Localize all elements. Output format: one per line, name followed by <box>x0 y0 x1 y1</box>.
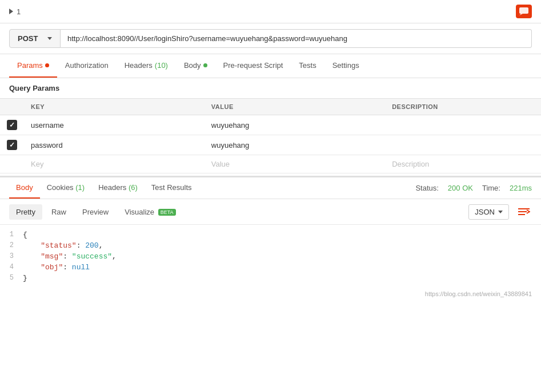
top-bar: 1 <box>0 0 541 23</box>
tab-authorization[interactable]: Authorization <box>57 54 117 78</box>
tab-prerequest[interactable]: Pre-request Script <box>215 54 291 78</box>
placeholder-value[interactable]: Value <box>205 155 385 173</box>
table-row-placeholder: Key Value Description <box>0 155 541 173</box>
status-value: 200 OK <box>448 184 473 192</box>
row2-description[interactable] <box>385 135 541 155</box>
method-chevron-icon <box>47 37 52 40</box>
table-row: ✓ username wuyuehang <box>0 115 541 135</box>
json-viewer: 1 { 2 "status": 200, 3 "msg": "success",… <box>0 225 541 288</box>
response-tab-test-results[interactable]: Test Results <box>145 177 199 199</box>
row2-key[interactable]: password <box>24 135 205 155</box>
format-chevron-icon <box>498 211 503 213</box>
json-line-1: 1 { <box>0 229 541 240</box>
tab-headers[interactable]: Headers (10) <box>117 54 176 78</box>
col-header-description: DESCRIPTION <box>385 99 541 115</box>
tab-settings[interactable]: Settings <box>324 54 367 78</box>
tab-params[interactable]: Params <box>9 54 57 78</box>
wrap-icon[interactable] <box>516 204 532 220</box>
json-line-2: 2 "status": 200, <box>0 240 541 251</box>
status-area: Status: 200 OK Time: 221ms <box>415 184 532 192</box>
response-tab-headers[interactable]: Headers (6) <box>91 177 145 199</box>
collection-label: 1 <box>9 7 21 16</box>
format-label: JSON <box>475 208 495 216</box>
row1-key[interactable]: username <box>24 115 205 135</box>
svg-rect-0 <box>519 7 528 14</box>
row1-description[interactable] <box>385 115 541 135</box>
body-dot <box>203 63 207 67</box>
svg-marker-1 <box>519 14 523 15</box>
row2-value[interactable]: wuyuehang <box>205 135 385 155</box>
method-selector[interactable]: POST <box>9 29 61 48</box>
placeholder-key[interactable]: Key <box>24 155 205 173</box>
row1-checkbox[interactable]: ✓ <box>7 120 17 130</box>
json-line-4: 4 "obj": null <box>0 262 541 273</box>
params-table: KEY VALUE DESCRIPTION ✓ username <box>0 98 541 173</box>
json-line-3: 3 "msg": "success", <box>0 251 541 262</box>
url-input[interactable] <box>61 29 532 48</box>
col-header-value: VALUE <box>205 99 385 115</box>
placeholder-checkbox-cell <box>0 155 24 173</box>
response-tab-body[interactable]: Body <box>9 177 40 199</box>
method-label: POST <box>18 34 38 43</box>
response-tabs: Body Cookies (1) Headers (6) Test Result… <box>0 176 541 199</box>
table-row: ✓ password wuyuehang <box>0 135 541 155</box>
response-toolbar: Pretty Raw Preview Visualize BETA JSON <box>0 199 541 225</box>
resp-tab-visualize[interactable]: Visualize BETA <box>118 204 182 220</box>
col-header-checkbox <box>0 99 24 115</box>
collapse-arrow-icon[interactable] <box>9 9 13 14</box>
row2-checkbox-cell: ✓ <box>0 135 24 155</box>
tab-tests[interactable]: Tests <box>291 54 324 78</box>
tab-body[interactable]: Body <box>176 54 215 78</box>
json-line-5: 5 } <box>0 273 541 284</box>
table-header-row: KEY VALUE DESCRIPTION <box>0 99 541 115</box>
time-value: 221ms <box>510 184 532 192</box>
resp-tab-preview[interactable]: Preview <box>75 204 115 220</box>
request-tabs: Params Authorization Headers (10) Body P… <box>0 54 541 78</box>
row2-checkbox[interactable]: ✓ <box>7 140 17 150</box>
row1-checkbox-cell: ✓ <box>0 115 24 135</box>
chat-icon[interactable] <box>516 5 532 18</box>
resp-tab-pretty[interactable]: Pretty <box>9 204 42 220</box>
query-params-header: Query Params <box>0 78 541 98</box>
beta-badge: BETA <box>158 209 176 216</box>
response-tab-cookies[interactable]: Cookies (1) <box>40 177 91 199</box>
row1-value[interactable]: wuyuehang <box>205 115 385 135</box>
watermark: https://blog.csdn.net/weixin_43889841 <box>0 288 541 302</box>
collection-number: 1 <box>17 7 21 16</box>
resp-tab-raw[interactable]: Raw <box>45 204 73 220</box>
col-header-key: KEY <box>24 99 205 115</box>
placeholder-description[interactable]: Description <box>385 155 541 173</box>
params-dot <box>45 63 49 67</box>
url-bar: POST <box>0 23 541 54</box>
format-selector[interactable]: JSON <box>468 204 509 220</box>
